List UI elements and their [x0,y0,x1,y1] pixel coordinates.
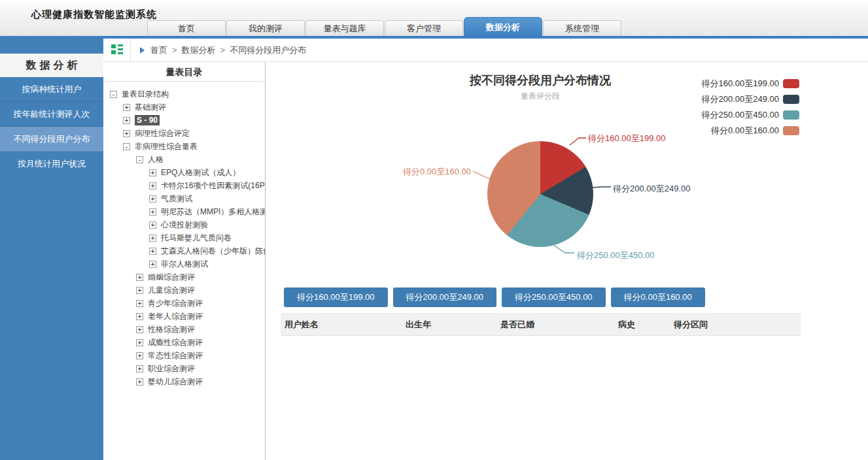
nav-tab[interactable]: 客户管理 [385,20,463,36]
nav-tab[interactable]: 数据分析 [464,17,542,36]
nav-tab[interactable]: 量表与题库 [305,20,384,36]
tree-node[interactable]: +老年人综合测评 [110,310,265,323]
breadcrumb-item[interactable]: 首页 [150,45,167,55]
expand-icon[interactable]: + [136,352,143,359]
expand-icon[interactable]: + [149,235,156,242]
legend-label: 得分250.00至450.00 [701,109,779,121]
tree-node[interactable]: -非病理性综合量表 [110,140,265,153]
expand-icon[interactable]: + [149,169,156,176]
tree-node-label: 婚姻综合测评 [148,272,195,283]
tree-node[interactable]: +心境投射测验 [110,218,265,231]
tree-node-label: 量表目录结构 [122,89,169,100]
tree-node[interactable]: -量表目录结构 [110,88,265,101]
nav-tab[interactable]: 我的测评 [226,20,305,36]
tree-node[interactable]: +常态性综合测评 [110,349,265,362]
tree-node[interactable]: +菲尔人格测试 [110,257,265,271]
score-range-filter-buttons: 得分160.00至199.00得分200.00至249.00得分250.00至4… [284,288,705,307]
chart-area: 按不同得分段用户分布情况 量表评分段 得分160.00至199.00得分200.… [266,62,868,460]
tree-node-label: 儿童综合测评 [148,285,195,296]
breadcrumb-separator: > [172,45,177,55]
tree-node[interactable]: +明尼苏达（MMPI）多相人格测试 [110,205,265,218]
tree-node-label: EPQ人格测试（成人） [161,167,240,178]
nav-tabs: 首页我的测评量表与题库客户管理数据分析系统管理 [147,17,622,36]
tree-node-label: 托马斯婴儿气质问卷 [161,233,232,244]
expand-icon[interactable]: + [136,378,143,386]
tree-node[interactable]: +气质测试 [110,192,265,205]
pie-chart[interactable] [487,141,593,247]
score-range-button[interactable]: 得分0.00至160.00 [611,288,705,307]
expand-icon[interactable]: + [123,130,130,137]
expand-icon[interactable]: + [136,365,143,372]
expand-icon[interactable]: + [123,104,130,111]
score-range-button[interactable]: 得分250.00至450.00 [502,288,606,307]
tree-node-label: 非病理性综合量表 [135,141,198,152]
expand-icon[interactable]: + [136,287,143,294]
collapse-icon[interactable]: - [110,91,117,98]
tree-node[interactable]: +婚姻综合测评 [110,271,265,284]
sidebar-item[interactable]: 按月统计用户状况 [0,152,103,176]
expand-icon[interactable]: + [149,195,156,203]
collapse-icon[interactable]: - [136,156,143,163]
legend-item[interactable]: 得分200.00至249.00 [701,94,799,104]
tree-node-label: 基础测评 [135,102,166,113]
tree-node[interactable]: +职业综合测评 [110,362,265,375]
tree-node-label: 艾森克人格问卷（少年版）陈仲庚 [161,246,266,257]
tree-node[interactable]: +艾森克人格问卷（少年版）陈仲庚 [110,244,265,257]
expand-icon[interactable]: + [149,261,156,268]
sidebar-item[interactable]: 按年龄统计测评人次 [0,102,103,127]
expand-icon[interactable]: + [123,117,130,124]
legend-swatch [783,79,799,88]
legend-item[interactable]: 得分0.00至160.00 [701,125,799,135]
breadcrumb-item[interactable]: 不同得分段用户分布 [230,45,306,55]
legend-swatch [783,110,799,120]
expand-icon[interactable]: + [136,274,143,281]
tree-node[interactable]: +青少年综合测评 [110,297,265,310]
expand-icon[interactable]: + [149,182,156,189]
legend-swatch [783,126,799,135]
sidebar-item[interactable]: 按病种统计用户 [0,77,103,102]
pie-slice-label: 得分250.00至450.00 [577,250,655,261]
tree-node-label: 常态性综合测评 [148,350,203,361]
tree-node[interactable]: +儿童综合测评 [110,284,265,297]
tree-node[interactable]: +病理性综合评定 [110,127,265,140]
score-range-button[interactable]: 得分200.00至249.00 [393,288,497,307]
table-column-header: 是否已婚 [496,314,614,336]
tree-node[interactable]: +基础测评 [110,101,265,114]
tree-collapse-button[interactable] [103,39,131,62]
tree-node-label: 性格综合测评 [148,324,195,335]
expand-icon[interactable]: + [136,300,143,307]
chart-legend: 得分160.00至199.00得分200.00至249.00得分250.00至4… [701,78,799,141]
tree-node-label: S - 90 [135,115,160,125]
table-column-header: 出生年 [402,314,496,336]
tree-node-label: 菲尔人格测试 [161,259,208,270]
expand-icon[interactable]: + [136,339,143,346]
legend-swatch [783,95,799,104]
expand-icon[interactable]: + [149,208,156,216]
tree-node[interactable]: +S - 90 [110,114,265,127]
legend-item[interactable]: 得分250.00至450.00 [701,110,799,120]
tree-node[interactable]: +婴幼儿综合测评 [110,375,265,388]
sidebar-item[interactable]: 不同得分段用户分布 [0,127,103,152]
expand-icon[interactable]: + [149,248,156,255]
nav-tab[interactable]: 首页 [147,20,226,36]
tree-node-label: 青少年综合测评 [148,298,203,309]
collapse-icon[interactable]: - [123,143,130,150]
breadcrumb-item[interactable]: 数据分析 [182,45,216,55]
nav-tab[interactable]: 系统管理 [543,20,621,36]
legend-item[interactable]: 得分160.00至199.00 [701,78,799,88]
score-range-button[interactable]: 得分160.00至199.00 [284,288,388,307]
expand-icon[interactable]: + [136,313,143,320]
table-column-header: 得分区间 [670,314,801,336]
expand-icon[interactable]: + [136,326,143,333]
tree-node-label: 心境投射测验 [161,220,208,231]
tree-node[interactable]: +成瘾性综合测评 [110,336,265,349]
tree-node[interactable]: +性格综合测评 [110,323,265,336]
legend-label: 得分0.00至160.00 [711,125,779,137]
tree-node[interactable]: +EPQ人格测试（成人） [110,166,265,179]
expand-icon[interactable]: + [149,222,156,229]
tree-node[interactable]: +卡特尔16项个性因素测试(16PF) [110,179,265,192]
tree-node-label: 职业综合测评 [148,363,195,374]
table-column-header: 病史 [614,314,670,336]
tree-node[interactable]: +托马斯婴儿气质问卷 [110,231,265,244]
tree-node[interactable]: -人格 [110,153,265,166]
